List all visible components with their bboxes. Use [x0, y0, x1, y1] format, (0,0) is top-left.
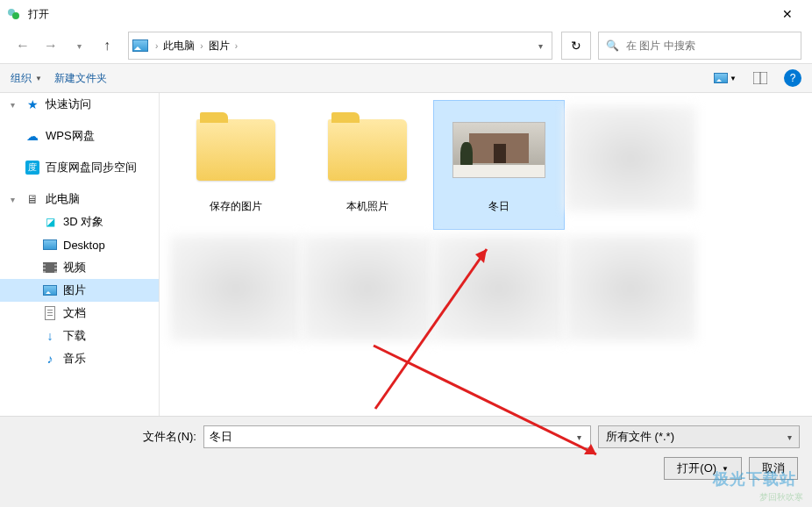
- folder-icon: [196, 119, 275, 181]
- address-dropdown[interactable]: ▾: [533, 41, 548, 51]
- folder-icon: [328, 119, 407, 181]
- cloud-icon: ☁: [25, 129, 40, 143]
- titlebar: 打开 ✕: [0, 0, 812, 28]
- filetype-dropdown[interactable]: 所有文件 (*.*) ▾: [598, 425, 800, 448]
- blurred-thumbnail: [565, 236, 696, 341]
- sidebar-item-star[interactable]: ▾ ★ 快速访问: [0, 93, 159, 116]
- chevron-icon: ▾: [11, 195, 19, 204]
- breadcrumb-thispc[interactable]: 此电脑: [160, 39, 198, 54]
- file-item[interactable]: [433, 230, 565, 360]
- recent-dropdown[interactable]: ▾: [67, 33, 91, 58]
- open-label: 打开(O): [677, 461, 716, 476]
- sidebar-item-label: 文档: [63, 305, 86, 321]
- newfolder-label: 新建文件夹: [54, 71, 107, 86]
- filename-label: 文件名(N):: [12, 429, 196, 445]
- pictures-folder-icon: [132, 39, 148, 52]
- chevron-down-icon: ▾: [787, 432, 792, 442]
- address-bar[interactable]: › 此电脑 › 图片 › ▾: [128, 32, 552, 60]
- file-item[interactable]: 保存的图片: [170, 100, 302, 230]
- bottom-panel: 文件名(N): ▾ 所有文件 (*.*) ▾ 打开(O) ▼ 取消: [0, 416, 812, 507]
- sidebar-item-label: WPS网盘: [46, 128, 95, 144]
- view-layout-button[interactable]: [749, 68, 772, 89]
- baidu-icon: 度: [25, 161, 40, 175]
- music-icon: ♪: [42, 352, 58, 366]
- app-icon: [7, 7, 21, 21]
- sidebar-item-label: 下载: [63, 328, 86, 344]
- back-button[interactable]: ←: [11, 33, 35, 58]
- desktop-icon: [42, 238, 58, 252]
- file-label: 本机照片: [346, 199, 388, 214]
- toolbar: 组织 ▼ 新建文件夹 ▼ ?: [0, 63, 812, 93]
- sidebar-item-label: 图片: [63, 282, 86, 298]
- navbar: ← → ▾ ↑ › 此电脑 › 图片 › ▾ ↻ 🔍: [0, 28, 812, 63]
- file-item[interactable]: 冬日: [433, 100, 565, 230]
- file-item[interactable]: 本机照片: [302, 100, 433, 230]
- newfolder-button[interactable]: 新建文件夹: [54, 71, 107, 86]
- image-thumbnail: [452, 122, 545, 178]
- file-item[interactable]: [170, 230, 302, 360]
- sidebar-item-baidu[interactable]: 度 百度网盘同步空间: [0, 156, 159, 179]
- sidebar-item-label: 百度网盘同步空间: [46, 160, 137, 175]
- main-area: ▾ ★ 快速访问 ☁ WPS网盘 度 百度网盘同步空间 ▾ 🖥 此电脑 ◪ 3D…: [0, 93, 812, 416]
- sidebar-item-label: 音乐: [63, 351, 86, 367]
- blurred-thumbnail: [433, 236, 565, 341]
- blurred-thumbnail: [565, 106, 696, 211]
- file-item[interactable]: [565, 100, 696, 230]
- video-icon: [42, 261, 58, 275]
- picture-icon: [42, 283, 58, 297]
- pc-icon: 🖥: [25, 192, 40, 206]
- sidebar-item-doc[interactable]: 文档: [0, 302, 159, 325]
- filename-field[interactable]: ▾: [203, 425, 591, 448]
- sidebar-item-pc[interactable]: ▾ 🖥 此电脑: [0, 188, 159, 211]
- search-input[interactable]: [626, 39, 794, 52]
- sidebar-item-label: 此电脑: [46, 191, 80, 207]
- chevron-down-icon: ▼: [35, 75, 42, 82]
- chevron-right-icon: ›: [153, 41, 160, 51]
- svg-point-1: [12, 12, 19, 19]
- organize-button[interactable]: 组织 ▼: [11, 71, 42, 86]
- filetype-value: 所有文件 (*.*): [606, 429, 674, 445]
- sidebar-item-dl[interactable]: ↓ 下载: [0, 325, 159, 347]
- chevron-icon: ▾: [11, 100, 19, 110]
- sidebar-item-label: 快速访问: [46, 96, 91, 112]
- filename-input[interactable]: [210, 431, 573, 444]
- forward-button[interactable]: →: [39, 33, 63, 58]
- cube-icon: ◪: [42, 215, 58, 229]
- sidebar-item-label: 视频: [63, 260, 86, 275]
- sidebar-item-label: 3D 对象: [63, 214, 103, 230]
- sidebar-item-music[interactable]: ♪ 音乐: [0, 347, 159, 370]
- watermark: 极光下载站: [713, 468, 796, 489]
- blurred-thumbnail: [302, 236, 433, 341]
- up-button[interactable]: ↑: [95, 33, 119, 58]
- search-box[interactable]: 🔍: [598, 32, 801, 60]
- chevron-right-icon: ›: [233, 41, 239, 51]
- view-pictures-button[interactable]: ▼: [714, 68, 737, 89]
- breadcrumb-pictures[interactable]: 图片: [205, 39, 233, 54]
- sidebar-item-desktop[interactable]: Desktop: [0, 233, 159, 256]
- sidebar[interactable]: ▾ ★ 快速访问 ☁ WPS网盘 度 百度网盘同步空间 ▾ 🖥 此电脑 ◪ 3D…: [0, 93, 160, 416]
- sidebar-item-3d[interactable]: ◪ 3D 对象: [0, 211, 159, 233]
- document-icon: [42, 306, 58, 320]
- chevron-right-icon: ›: [198, 41, 204, 51]
- refresh-button[interactable]: ↻: [561, 32, 591, 60]
- chevron-down-icon: ▼: [730, 75, 737, 82]
- download-icon: ↓: [42, 329, 58, 343]
- file-label: 冬日: [488, 199, 509, 214]
- chevron-down-icon[interactable]: ▾: [573, 432, 585, 442]
- star-icon: ★: [25, 97, 40, 111]
- sidebar-item-video[interactable]: 视频: [0, 256, 159, 279]
- blurred-thumbnail: [170, 236, 302, 341]
- search-icon: 🔍: [606, 39, 619, 52]
- file-pane[interactable]: 保存的图片 本机照片 冬日: [160, 93, 812, 416]
- picture-icon: [714, 73, 728, 83]
- sidebar-item-cloud[interactable]: ☁ WPS网盘: [0, 125, 159, 147]
- watermark-sub: 梦回秋吹寒: [759, 491, 803, 503]
- sidebar-item-pic[interactable]: 图片: [0, 279, 159, 302]
- sidebar-item-label: Desktop: [63, 239, 105, 252]
- file-item[interactable]: [565, 230, 696, 360]
- close-button[interactable]: ✕: [770, 7, 805, 21]
- organize-label: 组织: [11, 71, 32, 86]
- file-item[interactable]: [302, 230, 433, 360]
- window-title: 打开: [28, 7, 770, 22]
- help-button[interactable]: ?: [784, 69, 801, 87]
